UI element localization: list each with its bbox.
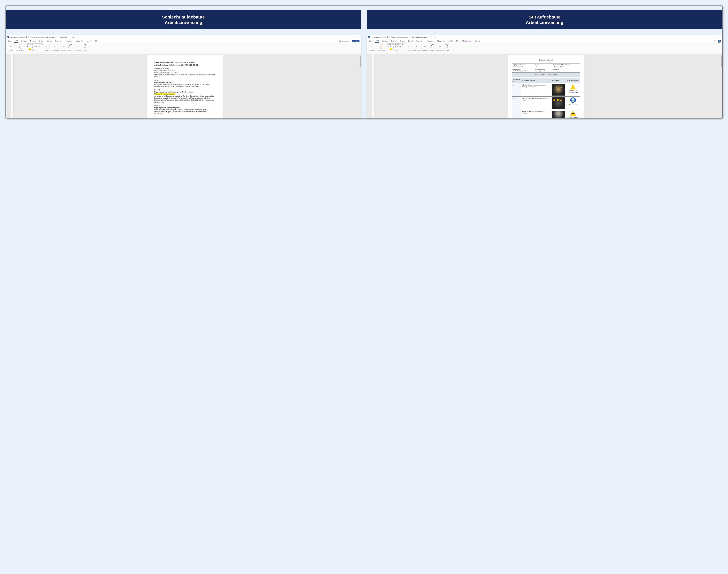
minimize-button[interactable]: — bbox=[345, 36, 350, 39]
tab-draw[interactable]: Zeichnen bbox=[29, 40, 36, 43]
document-area-left[interactable]: Arbeitsanweisung – Montageanleitung Kupp… bbox=[6, 54, 361, 118]
strike-button[interactable]: ab bbox=[34, 46, 36, 48]
horizontal-ruler[interactable]: · 1 · 2 · 3 · 4 · 5 · 6 · 7 · 8 · 9 · 10… bbox=[367, 52, 722, 54]
bold-button[interactable]: F bbox=[387, 46, 389, 48]
comments-button[interactable]: 💬 Kommentare ˅ bbox=[339, 40, 350, 42]
minimize-button[interactable]: — bbox=[706, 36, 711, 39]
vertical-ruler[interactable] bbox=[372, 54, 375, 118]
font-size-select[interactable]: 14 bbox=[39, 43, 43, 45]
font-color-button[interactable]: A bbox=[31, 48, 33, 50]
tab-view[interactable]: Ansicht bbox=[447, 40, 453, 43]
styles-icon[interactable]: A bbox=[54, 45, 55, 48]
tab-refs[interactable]: Referenzen bbox=[54, 40, 63, 43]
underline-button[interactable]: U bbox=[31, 46, 33, 48]
tab-start[interactable]: Start bbox=[375, 40, 379, 43]
tab-review[interactable]: Überprüfen bbox=[437, 40, 445, 43]
sensitivity-icon[interactable]: 🏷 bbox=[439, 46, 441, 47]
tab-layout[interactable]: Layout bbox=[47, 40, 52, 43]
sub-button[interactable]: x₂ bbox=[36, 46, 38, 48]
maximize-button[interactable]: ▢ bbox=[712, 36, 716, 39]
tab-design[interactable]: Entwurf bbox=[38, 40, 45, 43]
tab-start[interactable]: Start bbox=[14, 40, 18, 43]
paragraph-icon[interactable]: ≡ bbox=[46, 45, 48, 48]
italic-button[interactable]: K bbox=[390, 46, 392, 48]
tab-file[interactable]: Datei bbox=[369, 40, 373, 43]
mic-icon[interactable]: 🎤 bbox=[431, 43, 434, 47]
highlight-button[interactable]: ab bbox=[29, 48, 31, 50]
comments-icon[interactable]: 💬˅ bbox=[714, 40, 716, 42]
close-button[interactable]: ✕ bbox=[356, 36, 360, 39]
tab-mail[interactable]: Sendungen bbox=[65, 40, 74, 43]
document-page-left[interactable]: Arbeitsanweisung – Montageanleitung Kupp… bbox=[147, 55, 223, 118]
tab-refs[interactable]: Referenzen bbox=[415, 40, 424, 43]
tab-help[interactable]: Hilfe bbox=[455, 40, 459, 43]
save-icon[interactable]: 💾 bbox=[30, 36, 32, 38]
autosave-toggle[interactable] bbox=[387, 36, 390, 38]
save-icon[interactable]: 💾 bbox=[391, 36, 392, 38]
editor-icon[interactable]: ✎ bbox=[84, 43, 86, 47]
redo-icon[interactable]: ↻ bbox=[371, 45, 373, 47]
tab-view[interactable]: Ansicht bbox=[86, 40, 92, 43]
close-button[interactable]: ✕ bbox=[717, 36, 721, 39]
autosave-toggle[interactable] bbox=[26, 36, 29, 38]
tab-mail[interactable]: Sendungen bbox=[426, 40, 435, 43]
underline-button[interactable]: U bbox=[392, 46, 394, 48]
bold-button[interactable]: F bbox=[27, 46, 29, 48]
sensitivity-icon[interactable]: 🏷 bbox=[78, 46, 79, 47]
tab-table-design[interactable]: Tabellenentwurf bbox=[461, 40, 473, 43]
horizontal-ruler[interactable]: · 1 · 2 · 3 · 4 · 5 · 6 · 7 · 8 · 9 · 10… bbox=[6, 52, 361, 54]
tab-insert[interactable]: Einfügen bbox=[20, 40, 27, 43]
tab-insert[interactable]: Einfügen bbox=[381, 40, 388, 43]
font-color-button[interactable]: A bbox=[392, 48, 394, 50]
undo-icon[interactable]: ↶ bbox=[10, 43, 11, 45]
scrollbar[interactable] bbox=[359, 55, 361, 67]
tab-file[interactable]: Datei bbox=[7, 40, 12, 43]
paste-icon[interactable]: 📋 bbox=[18, 43, 22, 47]
italic-button[interactable]: K bbox=[29, 46, 31, 48]
document-area-right[interactable]: Engineering GmbHArbeitsanweisung Angeleg… bbox=[367, 54, 722, 118]
tab-design[interactable]: Entwurf bbox=[399, 40, 405, 43]
collapse-ribbon-icon[interactable]: ˅ bbox=[719, 49, 721, 51]
paste-icon[interactable]: 📋 bbox=[379, 43, 383, 47]
find-icon[interactable]: 🔍 bbox=[424, 46, 426, 47]
share-button[interactable]: 🔗 Teilen bbox=[352, 40, 359, 42]
sub-button[interactable]: x₂ bbox=[397, 46, 399, 48]
tab-review[interactable]: Überprüfen bbox=[76, 40, 84, 43]
edit-mode-icon[interactable]: ✎ bbox=[343, 36, 344, 38]
word-window-left: W Automatisches Speichern 💾 Arbeitsanwei… bbox=[6, 35, 361, 118]
maximize-button[interactable]: ▢ bbox=[350, 36, 355, 39]
redo-icon[interactable]: ↻ bbox=[10, 45, 11, 47]
mic-icon[interactable]: 🎤 bbox=[69, 43, 72, 47]
tab-help[interactable]: Hilfe bbox=[94, 40, 98, 43]
search-icon[interactable]: 🔍 bbox=[72, 36, 74, 38]
undo-icon[interactable]: ↶ bbox=[371, 43, 373, 45]
editor-icon[interactable]: ✎ bbox=[446, 43, 448, 47]
highlight-button[interactable]: ab bbox=[390, 48, 392, 50]
vertical-ruler[interactable] bbox=[11, 54, 13, 118]
search-icon[interactable]: 🔍 bbox=[434, 36, 436, 38]
edit-mode-icon[interactable]: ✎ bbox=[704, 36, 705, 38]
col-safety: Sicherheitshinweis bbox=[566, 78, 581, 83]
sup-button[interactable]: x² bbox=[399, 46, 401, 48]
hdr-version: Version2.19 bbox=[534, 64, 552, 68]
find-icon[interactable]: 🔍 bbox=[62, 46, 64, 47]
effects-button[interactable]: A bbox=[27, 48, 29, 50]
font-size-select[interactable]: 11 bbox=[401, 43, 405, 45]
share-button[interactable]: 🔗 bbox=[718, 40, 721, 43]
tab-draw[interactable]: Zeichnen bbox=[390, 40, 397, 43]
effects-button[interactable]: A bbox=[387, 48, 389, 50]
document-page-right[interactable]: Engineering GmbHArbeitsanweisung Angeleg… bbox=[508, 55, 584, 118]
tab-table-layout[interactable]: Layout bbox=[475, 40, 480, 43]
font-name-select[interactable]: Times New Roman bbox=[387, 43, 401, 45]
table-row: 1.2 Kupplungszahnrad auf Kupplungsgrundp… bbox=[512, 96, 581, 110]
step1-label: Schritt 1: bbox=[154, 79, 215, 81]
collapse-ribbon-icon[interactable]: ˅ bbox=[358, 49, 360, 51]
font-name-select[interactable]: DM Sans bbox=[27, 43, 39, 45]
styles-icon[interactable]: A bbox=[416, 45, 417, 48]
scrollbar[interactable] bbox=[721, 55, 722, 67]
sup-button[interactable]: x² bbox=[38, 46, 40, 48]
strike-button[interactable]: ab bbox=[394, 46, 396, 48]
paragraph-icon[interactable]: ≡ bbox=[408, 45, 410, 48]
tab-layout[interactable]: Layout bbox=[408, 40, 413, 43]
doc-title: Arbeitsanweisung – Montageanleitung Kupp… bbox=[154, 61, 215, 64]
